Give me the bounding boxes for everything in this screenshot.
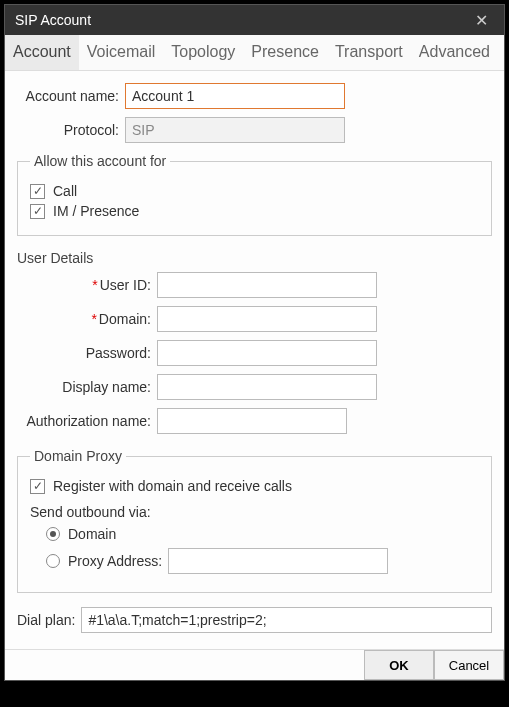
protocol-label: Protocol: (17, 122, 125, 138)
send-outbound-label: Send outbound via: (30, 504, 479, 520)
register-label: Register with domain and receive calls (53, 478, 292, 494)
tab-account[interactable]: Account (5, 35, 79, 70)
required-asterisk: * (92, 277, 97, 293)
domain-proxy-legend: Domain Proxy (30, 448, 126, 464)
required-asterisk: * (91, 311, 96, 327)
display-name-label: Display name: (17, 379, 157, 395)
tab-advanced[interactable]: Advanced (411, 35, 498, 70)
im-presence-checkbox[interactable] (30, 204, 45, 219)
domain-input[interactable] (157, 306, 377, 332)
user-details-header: User Details (17, 250, 492, 266)
allow-account-group: Allow this account for Call IM / Presenc… (17, 153, 492, 236)
content-area: Account name: Protocol: Allow this accou… (5, 71, 504, 649)
user-id-label: User ID: (100, 277, 151, 293)
im-presence-label: IM / Presence (53, 203, 139, 219)
account-name-label: Account name: (17, 88, 125, 104)
password-input[interactable] (157, 340, 377, 366)
domain-proxy-group: Domain Proxy Register with domain and re… (17, 448, 492, 593)
window-title: SIP Account (15, 12, 91, 28)
tab-transport[interactable]: Transport (327, 35, 411, 70)
domain-label: Domain: (99, 311, 151, 327)
auth-name-input[interactable] (157, 408, 347, 434)
dial-plan-label: Dial plan: (17, 612, 75, 628)
ok-button[interactable]: OK (364, 650, 434, 680)
domain-radio[interactable] (46, 527, 60, 541)
tab-bar: Account Voicemail Topology Presence Tran… (5, 35, 504, 71)
tab-voicemail[interactable]: Voicemail (79, 35, 163, 70)
domain-radio-label: Domain (68, 526, 116, 542)
proxy-radio-label: Proxy Address: (68, 553, 162, 569)
account-name-input[interactable] (125, 83, 345, 109)
tab-topology[interactable]: Topology (163, 35, 243, 70)
call-label: Call (53, 183, 77, 199)
display-name-input[interactable] (157, 374, 377, 400)
proxy-radio[interactable] (46, 554, 60, 568)
user-id-input[interactable] (157, 272, 377, 298)
close-icon[interactable]: ✕ (469, 11, 494, 30)
register-checkbox[interactable] (30, 479, 45, 494)
password-label: Password: (17, 345, 157, 361)
allow-legend: Allow this account for (30, 153, 170, 169)
dial-plan-input[interactable] (81, 607, 492, 633)
cancel-button[interactable]: Cancel (434, 650, 504, 680)
titlebar: SIP Account ✕ (5, 5, 504, 35)
tab-presence[interactable]: Presence (243, 35, 327, 70)
proxy-address-input[interactable] (168, 548, 388, 574)
dialog-footer: OK Cancel (5, 649, 504, 680)
protocol-input (125, 117, 345, 143)
sip-account-dialog: SIP Account ✕ Account Voicemail Topology… (4, 4, 505, 681)
auth-name-label: Authorization name: (17, 413, 157, 429)
call-checkbox[interactable] (30, 184, 45, 199)
